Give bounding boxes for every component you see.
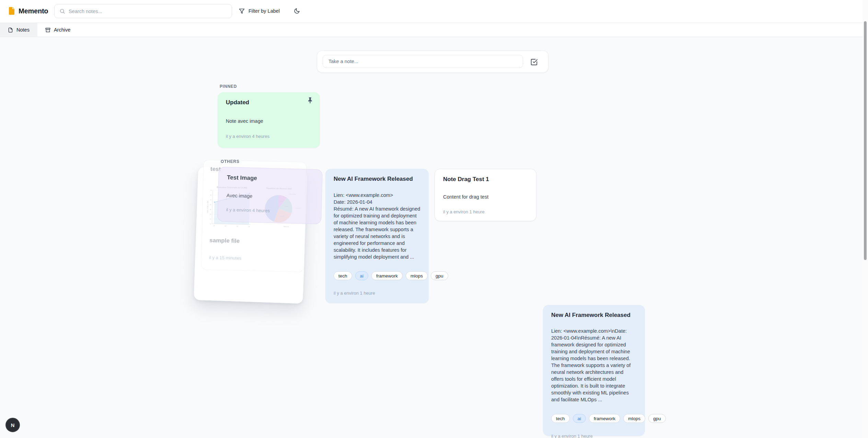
note-body: Lien: <www.example.com> Date: 2026-01-04… xyxy=(334,192,420,260)
avatar-initial: N xyxy=(11,422,15,428)
note-title: New AI Framework Released xyxy=(551,312,637,319)
app-title: Memento xyxy=(19,7,48,15)
tab-notes[interactable]: Notes xyxy=(0,23,37,37)
tab-bar: Notes Archive xyxy=(0,23,863,37)
note-composer xyxy=(317,50,548,73)
filter-by-label-button[interactable]: Filter by Label xyxy=(236,4,282,17)
main-content: PINNED Updated Note avec image il y a en… xyxy=(0,37,863,438)
notes-file-icon xyxy=(8,27,13,33)
note-title: Updated xyxy=(226,99,312,106)
note-card-test-image-overlay[interactable]: Test Image Avec image il y a environ 4 h… xyxy=(217,167,323,224)
note-timestamp: il y a environ 4 heures xyxy=(226,207,313,215)
search-icon xyxy=(59,8,65,14)
tag-gpu[interactable]: gpu xyxy=(648,414,666,423)
search-input[interactable] xyxy=(69,9,227,14)
note-card-drag-test-1[interactable]: Note Drag Test 1 Content for drag test i… xyxy=(435,169,536,221)
note-card-ai-framework-floating[interactable]: New AI Framework Released Lien: <www.exa… xyxy=(543,305,645,436)
note-file-icon xyxy=(8,7,15,15)
note-body: Content for drag test xyxy=(443,193,528,200)
section-pinned-label: PINNED xyxy=(220,84,237,89)
svg-text:Q1: Q1 xyxy=(213,225,215,226)
app-logo: Memento xyxy=(8,7,48,15)
note-body: Avec image xyxy=(227,192,313,201)
note-body: Note avec image xyxy=(226,118,312,125)
filter-by-label-text: Filter by Label xyxy=(248,8,280,14)
tags-row: tech ai framework mlops gpu xyxy=(551,414,637,423)
note-timestamp: il y a environ 1 heure xyxy=(551,434,637,438)
tag-tech[interactable]: tech xyxy=(334,271,352,280)
note-timestamp: il y a 15 minutes xyxy=(209,255,241,261)
note-title: Note Drag Test 1 xyxy=(443,176,528,183)
tag-gpu[interactable]: gpu xyxy=(431,271,448,280)
note-timestamp: il y a environ 1 heure xyxy=(334,291,420,296)
section-others-label: OTHERS xyxy=(221,159,240,164)
scrollbar-track[interactable] xyxy=(863,0,868,438)
scrollbar-thumb[interactable] xyxy=(864,21,867,260)
tag-tech[interactable]: tech xyxy=(551,414,570,423)
tab-archive-label: Archive xyxy=(54,27,70,33)
note-title: Test Image xyxy=(227,174,314,184)
tag-mlops[interactable]: mlops xyxy=(623,414,645,423)
app-header: Memento Filter by Label xyxy=(0,0,863,23)
dark-mode-toggle[interactable] xyxy=(290,4,303,17)
svg-text:Services: Services xyxy=(283,226,289,227)
tag-framework[interactable]: framework xyxy=(589,414,620,423)
tab-notes-label: Notes xyxy=(16,27,30,33)
note-body: Lien: <www.example.com>\nDate: 2026-01-0… xyxy=(551,328,637,403)
note-timestamp: il y a environ 1 heure xyxy=(443,209,528,214)
tag-framework[interactable]: framework xyxy=(371,271,403,280)
note-title-sample-file: sample file xyxy=(209,237,240,245)
user-avatar[interactable]: N xyxy=(5,418,20,432)
tag-ai[interactable]: ai xyxy=(355,271,369,280)
note-card-ai-framework[interactable]: New AI Framework Released Lien: <www.exa… xyxy=(325,169,429,303)
add-checklist-button[interactable] xyxy=(529,57,539,67)
app-window: Memento Filter by Label xyxy=(0,0,868,438)
moon-icon xyxy=(294,8,300,14)
chart-ylabel: Chiffre d'affaires (M€) xyxy=(207,200,209,213)
note-timestamp: il y a environ 4 heures xyxy=(226,134,312,139)
tab-archive[interactable]: Archive xyxy=(37,23,78,37)
svg-text:Q2: Q2 xyxy=(225,225,227,227)
search-box[interactable] xyxy=(54,4,232,18)
take-a-note-input[interactable] xyxy=(323,55,523,68)
archive-box-icon xyxy=(45,27,50,33)
filter-funnel-icon xyxy=(239,8,245,14)
svg-text:Q3: Q3 xyxy=(236,225,238,227)
tag-mlops[interactable]: mlops xyxy=(406,271,428,280)
note-title: New AI Framework Released xyxy=(334,176,420,182)
note-card-updated[interactable]: Updated Note avec image il y a environ 4… xyxy=(218,92,320,148)
svg-text:Q4: Q4 xyxy=(248,226,250,227)
tags-row: tech ai framework mlops gpu xyxy=(334,271,420,280)
tag-ai[interactable]: ai xyxy=(573,414,586,423)
check-square-icon xyxy=(530,58,538,66)
pin-icon[interactable] xyxy=(307,97,313,104)
